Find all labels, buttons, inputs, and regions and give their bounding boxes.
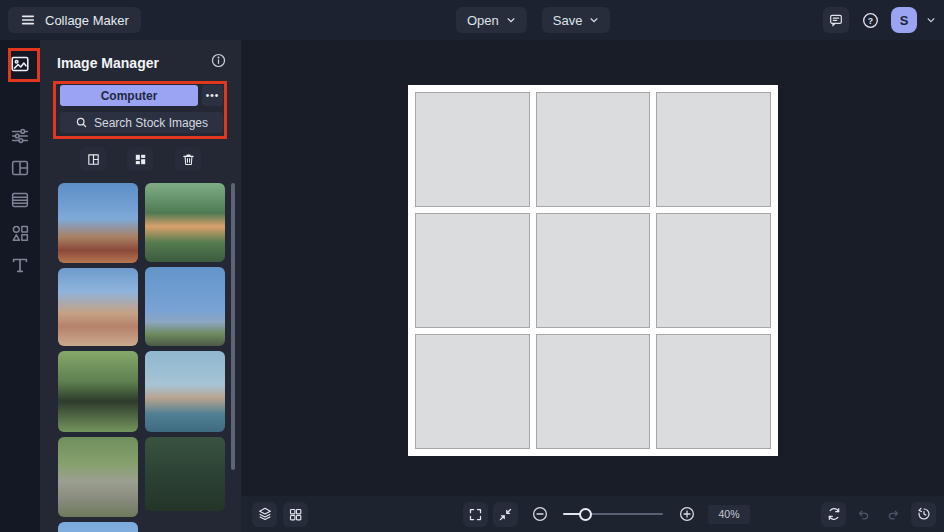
collage-canvas[interactable] xyxy=(408,85,778,456)
image-thumbnail-three-friends-beach[interactable] xyxy=(58,183,138,263)
zoom-slider-thumb[interactable] xyxy=(579,508,592,521)
sliders-icon xyxy=(9,125,31,147)
collage-cell-8[interactable] xyxy=(536,334,651,449)
collage-cell-5[interactable] xyxy=(536,213,651,328)
delete-button[interactable] xyxy=(175,147,201,171)
collage-cell-1[interactable] xyxy=(415,92,530,207)
undo-icon xyxy=(855,506,872,523)
zoom-in-icon xyxy=(678,505,696,523)
fullscreen-button[interactable] xyxy=(463,502,488,527)
bottom-left-tools xyxy=(252,496,308,532)
grid-toggle-button[interactable] xyxy=(283,502,308,527)
redo-button[interactable] xyxy=(881,502,906,527)
undo-button[interactable] xyxy=(851,502,876,527)
thumbnail-column-right xyxy=(145,183,225,511)
zoom-controls: 40% xyxy=(463,496,750,532)
collage-cell-9[interactable] xyxy=(656,334,771,449)
app-title-chip[interactable]: Collage Maker xyxy=(8,7,141,33)
sidebar-item-templates[interactable] xyxy=(9,189,31,211)
collage-cell-7[interactable] xyxy=(415,334,530,449)
text-icon xyxy=(9,254,31,276)
zoom-slider[interactable] xyxy=(563,502,663,527)
chevron-down-icon xyxy=(589,15,599,25)
masonry-view-button[interactable] xyxy=(127,147,153,171)
image-thumbnail-woman-in-green-park[interactable] xyxy=(58,351,138,432)
layers-button[interactable] xyxy=(252,502,277,527)
image-thumbnail-friends-walking-beach[interactable] xyxy=(58,268,138,346)
info-icon xyxy=(210,52,227,69)
image-thumbnail-dark-forest[interactable] xyxy=(145,437,225,511)
history-tools xyxy=(821,496,936,532)
layers-icon xyxy=(257,506,273,522)
trash-icon xyxy=(181,152,196,167)
collage-cell-6[interactable] xyxy=(656,213,771,328)
feedback-button[interactable] xyxy=(823,7,849,33)
chevron-down-icon xyxy=(506,15,516,25)
fit-screen-icon xyxy=(498,507,513,522)
account-chevron-down-icon[interactable] xyxy=(926,15,936,25)
zoom-out-button[interactable] xyxy=(527,502,552,527)
topbar-right: ? S xyxy=(823,7,936,33)
grid-view-icon xyxy=(86,152,101,167)
open-button[interactable]: Open xyxy=(456,7,527,33)
sidebar-item-image-manager[interactable] xyxy=(9,53,31,75)
fit-to-screen-button[interactable] xyxy=(493,502,518,527)
layout-icon xyxy=(9,157,31,179)
sidebar-item-graphics[interactable] xyxy=(9,222,31,244)
canvas-area: 40% xyxy=(241,40,944,532)
zoom-in-button[interactable] xyxy=(674,502,699,527)
stock-search-input[interactable]: Search Stock Images xyxy=(60,112,223,133)
image-manager-panel: Image Manager Computer ••• Search Stock … xyxy=(40,40,241,532)
avatar[interactable]: S xyxy=(891,7,917,33)
thumbnail-toolbar xyxy=(40,147,241,171)
template-icon xyxy=(9,189,31,211)
sidebar-item-text[interactable] xyxy=(9,254,31,276)
expand-icon xyxy=(468,507,483,522)
bottom-toolbar: 40% xyxy=(241,496,944,532)
computer-source-button[interactable]: Computer xyxy=(60,85,198,106)
grid-icon xyxy=(288,507,303,522)
sidebar-item-edit[interactable] xyxy=(9,125,31,147)
comments-icon xyxy=(828,12,844,28)
panel-scrollbar[interactable] xyxy=(231,183,235,470)
panel-title: Image Manager xyxy=(57,55,159,71)
reset-button[interactable] xyxy=(821,502,846,527)
app-title: Collage Maker xyxy=(45,13,129,28)
collage-cell-3[interactable] xyxy=(656,92,771,207)
zoom-level-value[interactable]: 40% xyxy=(708,505,750,524)
redo-icon xyxy=(885,506,902,523)
image-thumbnail-group-under-blue-sky[interactable] xyxy=(145,267,225,346)
more-options-button[interactable]: ••• xyxy=(202,85,223,106)
search-placeholder: Search Stock Images xyxy=(94,116,208,130)
zoom-slider-track xyxy=(585,513,663,515)
zoom-out-icon xyxy=(531,505,549,523)
svg-text:?: ? xyxy=(867,15,872,25)
collage-cell-2[interactable] xyxy=(536,92,651,207)
save-button-label: Save xyxy=(553,13,583,28)
reset-icon xyxy=(826,506,842,522)
open-button-label: Open xyxy=(467,13,499,28)
history-icon xyxy=(916,506,932,522)
image-thumbnail-running-on-road[interactable] xyxy=(58,437,138,517)
image-thumbnail-blue-sky-partial[interactable] xyxy=(58,522,138,532)
help-button[interactable]: ? xyxy=(858,8,882,32)
top-bar: Collage Maker Open Save xyxy=(0,0,944,40)
shapes-icon xyxy=(9,222,31,244)
thumbnail-column-left xyxy=(58,183,138,532)
file-actions: Open Save xyxy=(456,7,610,33)
masonry-view-icon xyxy=(133,152,148,167)
help-icon: ? xyxy=(861,11,880,30)
collage-cell-4[interactable] xyxy=(415,213,530,328)
main-sidebar xyxy=(0,40,40,532)
grid-view-button[interactable] xyxy=(80,147,106,171)
search-icon xyxy=(75,116,88,129)
info-button[interactable] xyxy=(210,52,227,69)
history-button[interactable] xyxy=(911,502,936,527)
sidebar-item-layouts[interactable] xyxy=(9,157,31,179)
image-thumbnail-woman-in-forest[interactable] xyxy=(145,183,225,262)
save-button[interactable]: Save xyxy=(542,7,611,33)
collage-grid xyxy=(408,85,778,456)
hamburger-icon[interactable] xyxy=(20,12,36,28)
image-thumbnail-woman-teal-top-beach[interactable] xyxy=(145,351,225,432)
image-icon xyxy=(9,53,31,75)
